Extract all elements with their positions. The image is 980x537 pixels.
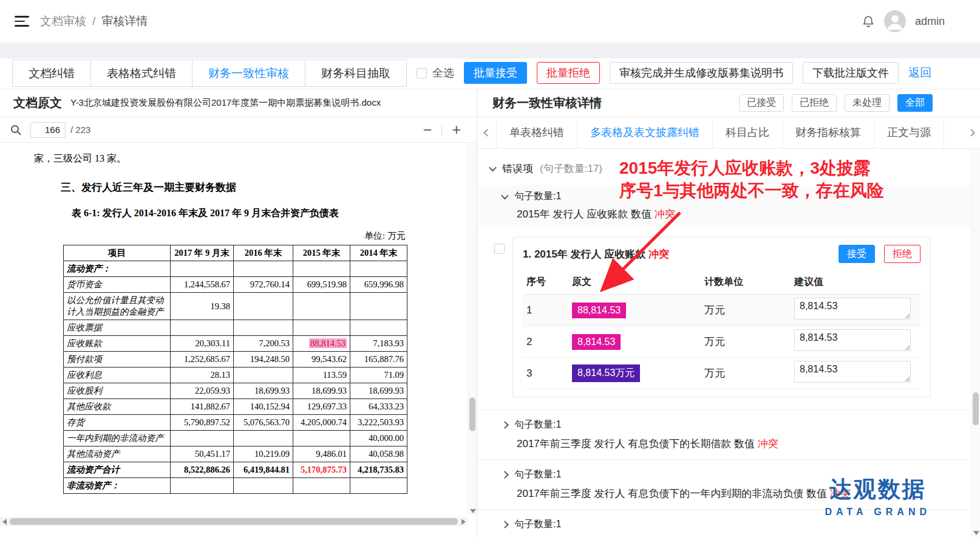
scroll-left-arrow-icon[interactable] bbox=[0, 519, 9, 525]
batch-reject-button[interactable]: 批量拒绝 bbox=[537, 62, 600, 84]
doc-row-label: 其他应收款 bbox=[64, 399, 171, 415]
logo-en-text: DATA GRAND bbox=[825, 507, 931, 518]
scroll-down-arrow-icon[interactable] bbox=[973, 531, 979, 535]
review-vertical-scrollbar[interactable] bbox=[971, 149, 980, 537]
breadcrumb-parent[interactable]: 文档审核 bbox=[40, 13, 86, 29]
review-vscroll-thumb[interactable] bbox=[973, 392, 979, 425]
logo-cn-text: 达观数据 bbox=[825, 474, 931, 505]
bell-icon[interactable] bbox=[862, 14, 875, 29]
avatar[interactable] bbox=[884, 10, 906, 32]
doc-cell: 40,058.98 bbox=[350, 446, 407, 462]
collapsed-group-header[interactable]: 句子数量:1 bbox=[478, 518, 971, 531]
suggestion-input[interactable] bbox=[794, 298, 911, 320]
review-filters: 已接受已拒绝未处理全部 bbox=[739, 94, 933, 112]
review-tab-3[interactable]: 财务指标核算 bbox=[782, 117, 874, 149]
review-tab-1[interactable]: 多表格及表文披露纠错 bbox=[577, 117, 712, 149]
doc-cell bbox=[171, 478, 234, 494]
table-row: 流动资产： bbox=[64, 261, 407, 277]
filter-button-3[interactable]: 全部 bbox=[897, 94, 933, 112]
collapsed-group-0[interactable]: 句子数量:12017年前三季度 发行人 有息负债下的长期借款 数值 冲突 bbox=[478, 409, 971, 459]
doc-row-label: 货币资金 bbox=[64, 277, 171, 293]
toolbar-tab-0[interactable]: 文档纠错 bbox=[12, 60, 91, 87]
doc-hscroll-thumb[interactable] bbox=[10, 518, 458, 525]
conflict-label: 冲突 bbox=[648, 248, 669, 260]
zoom-out-button[interactable]: − bbox=[421, 122, 435, 137]
toolbar-tab-1[interactable]: 表格格式纠错 bbox=[90, 60, 192, 87]
select-all-checkbox[interactable] bbox=[417, 68, 427, 78]
doc-table-header-row: 项目2017 年 9 月末2016 年末2015 年末2014 年末 bbox=[64, 245, 407, 261]
search-icon[interactable] bbox=[10, 124, 22, 136]
doc-vertical-scrollbar[interactable] bbox=[468, 143, 477, 515]
reject-button[interactable]: 拒绝 bbox=[884, 245, 920, 263]
review-tabs: 单表格纠错多表格及表文披露纠错科目占比财务指标核算正文与源 bbox=[496, 117, 962, 149]
doc-cell bbox=[171, 431, 234, 446]
doc-vscroll-thumb[interactable] bbox=[469, 397, 475, 431]
review-tab-4[interactable]: 正文与源 bbox=[874, 117, 944, 149]
conflict-card-actions: 接受 拒绝 bbox=[839, 245, 920, 263]
table-row: 以公允价值计量且其变动计入当期损益的金融资产19.38 bbox=[64, 293, 407, 320]
back-link[interactable]: 返回 bbox=[908, 65, 931, 81]
page-input[interactable] bbox=[30, 122, 66, 138]
scroll-right-arrow-icon[interactable] bbox=[459, 519, 468, 525]
group-description: 2017年前三季度 发行人 有息负债下的长期借款 数值 冲突 bbox=[478, 437, 971, 451]
doc-horizontal-scrollbar[interactable] bbox=[0, 517, 468, 526]
conflict-checkbox[interactable] bbox=[494, 244, 505, 254]
toolbar-tab-2[interactable]: 财务一致性审核 bbox=[192, 60, 305, 87]
filter-button-0[interactable]: 已接受 bbox=[739, 94, 784, 112]
table-row: 应收票据 bbox=[64, 320, 407, 336]
doc-cell: 88,814.53 bbox=[293, 336, 350, 352]
download-annotated-button[interactable]: 下载批注版文件 bbox=[803, 62, 899, 84]
menu-toggle-icon[interactable] bbox=[15, 16, 30, 27]
zoom-divider bbox=[441, 124, 442, 136]
conflict-title-text: 1. 2015年 发行人 应收账款 bbox=[523, 248, 648, 260]
original-cell: 88,814.53 bbox=[568, 295, 701, 326]
doc-row-label: 应收股利 bbox=[64, 383, 171, 399]
document-panel: 文档原文 Y-3北京城建投资发展股份有限公司2017年度第一期中期票据募集说明书… bbox=[0, 89, 477, 537]
suggestion-row: 28,814.53万元 bbox=[523, 326, 920, 358]
filter-button-1[interactable]: 已拒绝 bbox=[792, 94, 837, 112]
accept-button[interactable]: 接受 bbox=[839, 245, 875, 263]
doc-row-label: 预付款项 bbox=[64, 352, 171, 368]
breadcrumb-current: 审核详情 bbox=[101, 13, 148, 29]
table-row: 流动资产合计8,522,886.266,419,844.815,170,875.… bbox=[64, 462, 407, 478]
scroll-down-arrow-icon[interactable] bbox=[470, 509, 476, 513]
tabs-scroll-right-icon[interactable] bbox=[962, 130, 980, 135]
doc-cell: 20,303.11 bbox=[171, 336, 234, 352]
doc-cell bbox=[293, 261, 350, 277]
doc-cell: 113.59 bbox=[293, 368, 350, 383]
table-row: 非流动资产： bbox=[64, 478, 407, 494]
app-root: 文档审核 / 审核详情 admin 文档纠错表格格式纠错财务一致 bbox=[0, 0, 980, 537]
finish-generate-button[interactable]: 审核完成并生成修改版募集说明书 bbox=[610, 62, 793, 84]
suggestion-cell bbox=[791, 326, 920, 358]
breadcrumb: 文档审核 / 审核详情 bbox=[40, 0, 148, 43]
doc-cell bbox=[171, 320, 234, 336]
doc-cell bbox=[234, 478, 293, 494]
conflict-title: 1. 2015年 发行人 应收账款 冲突 bbox=[523, 247, 669, 261]
suggestion-input[interactable] bbox=[794, 361, 911, 383]
toolbar-tab-3[interactable]: 财务科目抽取 bbox=[305, 60, 407, 87]
highlighted-value: 88,814.53 bbox=[309, 338, 347, 348]
suggestion-col-header-1: 原文 bbox=[568, 270, 701, 295]
collapsed-group-header[interactable]: 句子数量:1 bbox=[478, 419, 971, 431]
doc-table-col-header-2: 2016 年末 bbox=[234, 245, 293, 261]
header-divider-band bbox=[0, 43, 980, 58]
table-row: 其他流动资产50,451.1710,219.099,486.0140,058.9… bbox=[64, 446, 407, 462]
review-tab-2[interactable]: 科目占比 bbox=[712, 117, 782, 149]
doc-cell: 40,000.00 bbox=[350, 431, 407, 446]
suggestion-row: 38,814.53万元万元 bbox=[523, 358, 920, 389]
doc-cell: 18,699.93 bbox=[234, 383, 293, 399]
conflict-card: 1. 2015年 发行人 应收账款 冲突 接受 拒绝 序号原文计数单位建议值 1… bbox=[512, 237, 931, 397]
filter-button-2[interactable]: 未处理 bbox=[845, 94, 890, 112]
tabs-scroll-left-icon[interactable] bbox=[478, 130, 496, 135]
breadcrumb-separator: / bbox=[92, 15, 95, 28]
batch-accept-button[interactable]: 批量接受 bbox=[464, 62, 527, 84]
doc-toolbar: / 223 − + bbox=[0, 117, 477, 143]
select-all[interactable]: 全选 bbox=[417, 66, 454, 80]
doc-cell bbox=[350, 478, 407, 494]
doc-page: 家，三级公司 13 家。 三、发行人近三年及一期主要财务数据 表 6-1: 发行… bbox=[0, 143, 468, 515]
suggestion-input[interactable] bbox=[794, 329, 911, 351]
review-tab-0[interactable]: 单表格纠错 bbox=[496, 117, 577, 149]
original-value-chip: 8,814.53万元 bbox=[572, 364, 640, 382]
zoom-in-button[interactable]: + bbox=[449, 122, 463, 137]
conflict-label: 冲突 bbox=[655, 208, 675, 220]
